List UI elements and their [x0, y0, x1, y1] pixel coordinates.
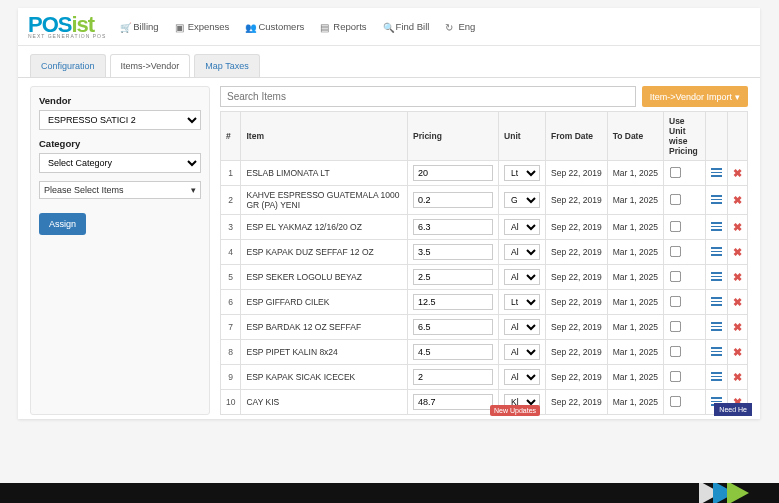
unitwise-checkbox[interactable] — [670, 320, 681, 331]
nav-label: Customers — [258, 21, 304, 32]
item-select-label: Please Select Items — [44, 185, 124, 195]
row-index: 2 — [221, 186, 241, 215]
delete-icon[interactable]: ✖ — [733, 246, 742, 258]
price-input[interactable] — [413, 319, 493, 335]
list-icon[interactable] — [711, 195, 722, 204]
brand-logo: POSist NEXT GENERATION POS — [28, 14, 112, 39]
delete-icon[interactable]: ✖ — [733, 221, 742, 233]
price-input[interactable] — [413, 192, 493, 208]
unitwise-checkbox[interactable] — [670, 295, 681, 306]
unitwise-checkbox[interactable] — [670, 245, 681, 256]
nav-customers[interactable]: 👥Customers — [237, 17, 312, 36]
unit-select[interactable]: Lt — [504, 165, 540, 181]
unit-select[interactable]: Lt — [504, 294, 540, 310]
unitwise-checkbox[interactable] — [670, 395, 681, 406]
to-date: Mar 1, 2025 — [607, 161, 663, 186]
col-to: To Date — [607, 112, 663, 161]
row-item-name: KAHVE ESPRESSO GUATEMALA 1000 GR (PA) YE… — [241, 186, 408, 215]
from-date: Sep 22, 2019 — [546, 290, 608, 315]
row-item-name: ESP GIFFARD CILEK — [241, 290, 408, 315]
tab-items-vendor[interactable]: Items->Vendor — [110, 54, 191, 77]
table-row: 5ESP SEKER LOGOLU BEYAZAlSep 22, 2019Mar… — [221, 265, 748, 290]
table-row: 10CAY KISKlSep 22, 2019Mar 1, 2025✖ — [221, 390, 748, 415]
price-input[interactable] — [413, 269, 493, 285]
row-index: 4 — [221, 240, 241, 265]
delete-icon[interactable]: ✖ — [733, 194, 742, 206]
search-input[interactable] — [220, 86, 636, 107]
unit-select[interactable]: Al — [504, 219, 540, 235]
from-date: Sep 22, 2019 — [546, 240, 608, 265]
list-icon[interactable] — [711, 168, 722, 177]
unitwise-checkbox[interactable] — [670, 270, 681, 281]
delete-icon[interactable]: ✖ — [733, 296, 742, 308]
row-item-name: ESP KAPAK DUZ SEFFAF 12 OZ — [241, 240, 408, 265]
to-date: Mar 1, 2025 — [607, 365, 663, 390]
vendor-select[interactable]: ESPRESSO SATICI 2 — [39, 110, 201, 130]
nav-eng[interactable]: ↻Eng — [437, 17, 483, 36]
price-input[interactable] — [413, 369, 493, 385]
item-select-dropdown[interactable]: Please Select Items ▾ — [39, 181, 201, 199]
delete-icon[interactable]: ✖ — [733, 321, 742, 333]
row-index: 3 — [221, 215, 241, 240]
nav-label: Find Bill — [396, 21, 430, 32]
list-icon[interactable] — [711, 347, 722, 356]
list-icon[interactable] — [711, 297, 722, 306]
list-icon[interactable] — [711, 322, 722, 331]
unit-select[interactable]: Al — [504, 369, 540, 385]
list-icon[interactable] — [711, 247, 722, 256]
unit-select[interactable]: Al — [504, 344, 540, 360]
list-icon[interactable] — [711, 372, 722, 381]
import-button[interactable]: Item->Vendor Import ▾ — [642, 86, 748, 107]
col-uwp: Use Unit wise Pricing — [664, 112, 706, 161]
unitwise-checkbox[interactable] — [670, 193, 681, 204]
unit-select[interactable]: Al — [504, 244, 540, 260]
unit-select[interactable]: G — [504, 192, 540, 208]
price-input[interactable] — [413, 165, 493, 181]
logo-tagline: NEXT GENERATION POS — [28, 34, 106, 39]
cart-icon: 🛒 — [120, 22, 130, 32]
nav-label: Billing — [133, 21, 158, 32]
nav-expenses[interactable]: ▣Expenses — [167, 17, 238, 36]
delete-icon[interactable]: ✖ — [733, 167, 742, 179]
bar-icon: ▤ — [320, 22, 330, 32]
price-input[interactable] — [413, 294, 493, 310]
nav-reports[interactable]: ▤Reports — [312, 17, 374, 36]
nav-label: Eng — [458, 21, 475, 32]
unit-select[interactable]: Al — [504, 269, 540, 285]
row-item-name: ESP SEKER LOGOLU BEYAZ — [241, 265, 408, 290]
unitwise-checkbox[interactable] — [670, 370, 681, 381]
row-index: 5 — [221, 265, 241, 290]
nav-find-bill[interactable]: 🔍Find Bill — [375, 17, 438, 36]
price-input[interactable] — [413, 344, 493, 360]
delete-icon[interactable]: ✖ — [733, 271, 742, 283]
row-index: 10 — [221, 390, 241, 415]
category-select[interactable]: Select Category — [39, 153, 201, 173]
need-help-badge[interactable]: Need He — [714, 403, 752, 416]
new-updates-badge[interactable]: New Updates — [490, 405, 540, 416]
tab-map-taxes[interactable]: Map Taxes — [194, 54, 259, 77]
unitwise-checkbox[interactable] — [670, 166, 681, 177]
price-input[interactable] — [413, 394, 493, 410]
caret-down-icon: ▾ — [735, 92, 740, 102]
assign-button[interactable]: Assign — [39, 213, 86, 235]
unit-select[interactable]: Al — [504, 319, 540, 335]
from-date: Sep 22, 2019 — [546, 215, 608, 240]
footer-accent — [0, 483, 779, 503]
tab-configuration[interactable]: Configuration — [30, 54, 106, 77]
price-input[interactable] — [413, 219, 493, 235]
search-icon: 🔍 — [383, 22, 393, 32]
price-input[interactable] — [413, 244, 493, 260]
main-area: Vendor ESPRESSO SATICI 2 Category Select… — [18, 78, 760, 419]
table-row: 4ESP KAPAK DUZ SEFFAF 12 OZAlSep 22, 201… — [221, 240, 748, 265]
delete-icon[interactable]: ✖ — [733, 371, 742, 383]
col-from: From Date — [546, 112, 608, 161]
list-icon[interactable] — [711, 222, 722, 231]
to-date: Mar 1, 2025 — [607, 215, 663, 240]
list-icon[interactable] — [711, 272, 722, 281]
unitwise-checkbox[interactable] — [670, 345, 681, 356]
unitwise-checkbox[interactable] — [670, 220, 681, 231]
delete-icon[interactable]: ✖ — [733, 346, 742, 358]
from-date: Sep 22, 2019 — [546, 315, 608, 340]
nav-billing[interactable]: 🛒Billing — [112, 17, 166, 36]
row-index: 9 — [221, 365, 241, 390]
